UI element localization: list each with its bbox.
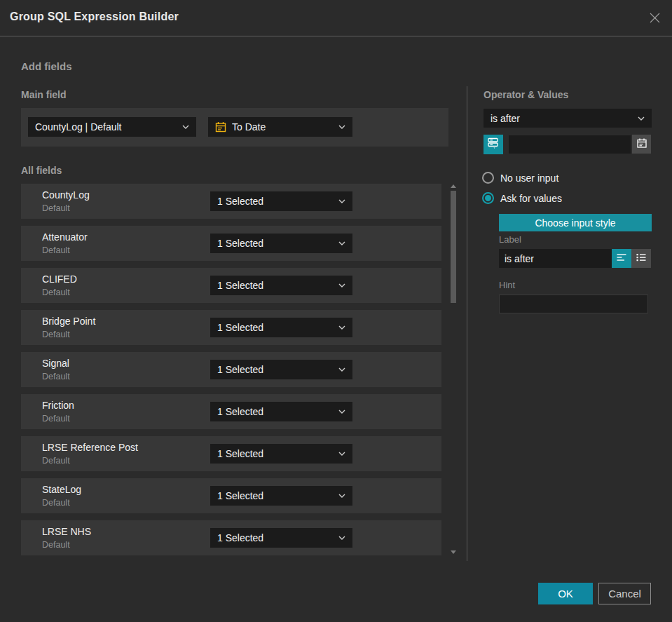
field-values-dropdown[interactable]: 1 Selected [210,360,352,379]
field-name: Friction [42,400,74,411]
field-row-bridge-point: Bridge Point Default 1 Selected [21,310,441,345]
radio-no-user-input-label: No user input [500,173,558,184]
radio-ask-for-values[interactable] [482,192,494,204]
field-name: LRSE NHS [42,526,91,537]
add-fields-heading: Add fields [21,60,72,72]
field-name: StateLog [42,484,81,495]
field-values-dropdown[interactable]: 1 Selected [210,444,352,464]
field-name: LRSE Reference Post [42,442,138,453]
cancel-button[interactable]: Cancel [598,583,651,604]
chevron-down-icon [338,410,345,414]
field-row-signal: Signal Default 1 Selected [21,352,441,387]
field-subtitle: Default [42,372,70,381]
radio-selected-dot [485,195,491,201]
radio-ask-for-values-label: Ask for values [500,193,562,204]
bullet-list-icon [636,252,647,266]
field-subtitle: Default [42,245,70,255]
chevron-down-icon [338,536,345,540]
main-field-label: Main field [21,89,67,100]
unique-values-icon [487,137,500,152]
main-field-panel: CountyLog | Default To Date [21,108,448,147]
date-field-icon [215,121,226,133]
field-subtitle: Default [42,540,70,550]
scrollbar-up-arrow[interactable] [451,184,456,188]
field-subtitle: Default [42,456,70,466]
unique-values-button[interactable] [484,135,503,154]
field-name: Attenuator [42,231,88,243]
vertical-divider [467,86,467,561]
dialog-title: Group SQL Expression Builder [10,11,179,23]
radio-no-user-input[interactable] [482,172,494,184]
field-row-friction: Friction Default 1 Selected [21,394,441,429]
main-field-type-select[interactable]: To Date [208,117,352,137]
field-row-countylog: CountyLog Default 1 Selected [21,184,441,219]
field-name: CountyLog [42,189,90,201]
value-input[interactable] [509,135,631,154]
field-name: CLIFED [42,273,77,285]
calendar-icon [636,137,647,151]
label-field-label: Label [499,234,521,245]
field-row-attenuator: Attenuator Default 1 Selected [21,226,441,261]
main-field-type-value: To Date [232,121,334,133]
list-input-style-button[interactable] [631,249,651,268]
hint-input[interactable] [499,295,648,313]
chevron-down-icon [338,494,345,498]
field-row-lrse-nhs: LRSE NHS Default 1 Selected [21,520,441,555]
align-left-icon [616,252,627,266]
hint-field-label: Hint [499,280,515,290]
field-subtitle: Default [42,414,70,424]
chevron-down-icon [338,241,345,245]
chevron-down-icon [182,125,189,129]
field-values-dropdown[interactable]: 1 Selected [210,486,352,506]
field-name: Bridge Point [42,316,95,327]
chevron-down-icon [338,199,345,203]
field-subtitle: Default [42,288,70,297]
group-sql-expression-builder-dialog: Group SQL Expression Builder Add fields … [0,0,672,622]
operator-values-heading: Operator & Values [484,89,568,100]
chevron-down-icon [338,125,345,129]
date-picker-button[interactable] [632,135,651,154]
field-values-dropdown[interactable]: 1 Selected [210,528,352,548]
chevron-down-icon [338,325,345,330]
main-field-select-value: CountyLog | Default [35,121,178,133]
field-row-lrse-reference-post: LRSE Reference Post Default 1 Selected [21,436,441,471]
all-fields-label: All fields [21,165,62,176]
field-subtitle: Default [42,330,70,339]
field-values-dropdown[interactable]: 1 Selected [210,402,352,421]
chevron-down-icon [638,116,645,121]
field-values-dropdown[interactable]: 1 Selected [210,191,352,211]
choose-input-style-button[interactable]: Choose input style [499,214,652,231]
dialog-header: Group SQL Expression Builder [0,0,672,36]
scrollbar-down-arrow[interactable] [451,550,456,554]
field-values-dropdown[interactable]: 1 Selected [210,276,352,295]
operator-select[interactable]: is after [484,109,652,128]
chevron-down-icon [338,283,345,288]
close-icon [649,12,661,27]
field-row-statelog: StateLog Default 1 Selected [21,478,441,513]
close-button[interactable] [647,11,662,27]
chevron-down-icon [338,367,345,372]
chevron-down-icon [338,452,345,456]
field-values-dropdown[interactable]: 1 Selected [210,318,352,337]
main-field-select[interactable]: CountyLog | Default [28,117,196,137]
text-input-style-button[interactable] [612,249,631,268]
operator-select-value: is after [491,113,633,124]
ok-button[interactable]: OK [538,583,593,604]
field-values-dropdown[interactable]: 1 Selected [210,234,352,253]
field-row-clifed: CLIFED Default 1 Selected [21,268,441,303]
label-input[interactable] [499,249,612,268]
field-name: Signal [42,358,69,369]
field-subtitle: Default [42,498,70,508]
field-subtitle: Default [42,203,70,213]
scrollbar-thumb[interactable] [451,191,456,303]
